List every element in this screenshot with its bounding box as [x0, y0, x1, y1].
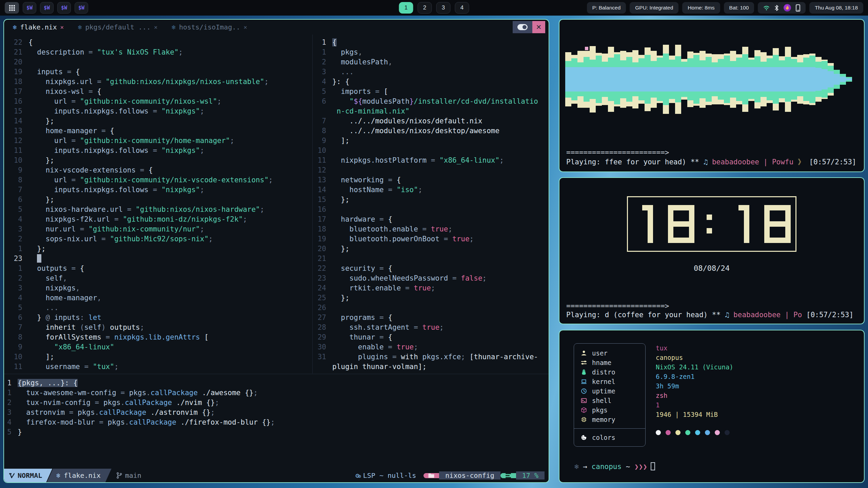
code-text: {: [28, 38, 33, 47]
text-segment: ./firefox-mod-blur {}: [176, 418, 271, 426]
project-segment[interactable]: nixos-config: [439, 471, 500, 480]
tab-close-icon[interactable]: ✕: [60, 24, 64, 30]
clock-pill[interactable]: Thu Aug 08, 18:18: [809, 2, 863, 14]
text-segment: "x86_64-linux": [439, 156, 499, 164]
text-segment: ...: [46, 304, 59, 312]
system-tray: [758, 2, 806, 14]
project-label: nixos-config: [445, 471, 494, 480]
pane-pkgs-default[interactable]: 1{pkgs, ...}: {1 tux-awesome-wm-config =…: [4, 374, 549, 469]
code-line: 5 imports = [: [313, 87, 549, 97]
color-dot: [715, 430, 720, 435]
code-text: };: [28, 116, 54, 126]
code-line: 7 ../../modules/nixos/default.nix: [313, 116, 549, 126]
power-profile-pill[interactable]: P: Balanced: [587, 2, 626, 14]
text-segment: nixpkgs.lib.genAttrs: [114, 333, 200, 341]
tab-hosts-isoimage[interactable]: ❄ hosts/isoImag.. ✕: [172, 23, 247, 31]
fetch-label: distro: [592, 368, 615, 376]
text-segment: firefox-mod-blur: [26, 418, 95, 426]
tab-close-icon[interactable]: ✕: [154, 24, 157, 30]
text-segment: [332, 127, 350, 135]
text-segment: [18, 399, 26, 407]
line-number: 15: [313, 195, 332, 205]
shell-prompt[interactable]: ❄ → canopus ~ ❯❯❯: [559, 447, 864, 471]
text-segment: =: [95, 418, 108, 426]
workspace-button-1[interactable]: $W: [23, 2, 36, 14]
code-text: hostName = "iso";: [332, 185, 422, 195]
line-number: 2: [4, 398, 18, 408]
text-segment: inputs: [54, 313, 80, 322]
code-line: 1 tux-awesome-wm-config = pkgs.callPacka…: [4, 388, 549, 398]
bluetooth-icon[interactable]: [774, 5, 779, 11]
vim-mode-icon: [9, 472, 15, 479]
code-text: home-manager = {: [28, 126, 114, 136]
code-text: ../../modules/nixos/default.nix: [332, 116, 482, 126]
lsp-label: LSP ~ null-ls: [363, 471, 416, 480]
text-segment: ,: [76, 284, 80, 292]
clock-digit: [633, 205, 659, 243]
line-number: 19: [4, 67, 28, 77]
tag-1[interactable]: 1: [399, 2, 413, 14]
code-text: url = "github:nix-community/nix-vscode-e…: [28, 175, 273, 185]
nix-file-icon: ❄: [78, 23, 82, 31]
text-segment: outputs: [37, 264, 67, 272]
text-segment: "github:nix-community/nur": [88, 225, 200, 233]
code-text: sops-nix.url = "github:Mic92/sops-nix";: [28, 234, 213, 244]
text-segment: plugin thunar-volman];: [332, 363, 427, 371]
tag-2[interactable]: 2: [418, 2, 432, 14]
neovim-window[interactable]: ❄ flake.nix ✕ ❄ pkgs/default ... ✕ ❄ hos…: [3, 19, 549, 483]
text-segment: rtkit.enable: [350, 284, 401, 292]
text-segment: true: [414, 284, 431, 292]
tab-close-icon[interactable]: ✕: [244, 24, 247, 30]
pane-flake-nix[interactable]: 22{21 description = "tux's NixOS Flake";…: [4, 35, 312, 373]
code-text: username = "tux";: [28, 362, 119, 372]
text-segment: =: [123, 205, 136, 214]
fire-app-icon[interactable]: [784, 4, 791, 12]
text-segment: pkgs: [341, 48, 358, 56]
battery-pill[interactable]: Bat: 100: [724, 2, 754, 14]
line-number: 3: [4, 408, 18, 418]
line-number: 28: [313, 323, 332, 332]
text-segment: ;: [482, 274, 487, 282]
text-segment: programs: [341, 313, 375, 322]
layout-button[interactable]: [5, 2, 19, 14]
tab-pkgs-default[interactable]: ❄ pkgs/default ... ✕: [78, 23, 157, 31]
code-line: 19 inputs = {: [4, 67, 312, 77]
text-segment: =: [136, 166, 149, 174]
phone-icon[interactable]: [796, 4, 800, 12]
git-branch[interactable]: main: [116, 469, 141, 482]
line-number: 18: [313, 224, 332, 234]
fetch-terminal-widget[interactable]: userhnamedistrokerneluptimeshellpkgsmemo…: [559, 330, 865, 483]
gpu-pill[interactable]: GPU: Integrated: [630, 2, 678, 14]
code-line: 21 description = "tux's NixOS Flake";: [4, 47, 312, 57]
text-segment: [0:57/2:53]: [806, 311, 853, 319]
network-icon[interactable]: [763, 5, 770, 11]
pane-iso-image[interactable]: 1{1 pkgs,2 modulesPath,3 ...4}: {5 impor…: [312, 35, 549, 373]
code-line: 15 };: [313, 195, 549, 205]
lines-icon: [506, 473, 511, 478]
text-segment: [28, 313, 37, 322]
folder-icon: [428, 473, 434, 478]
clock-digit: [729, 205, 755, 243]
fetch-label-box: userhnamedistrokerneluptimeshellpkgsmemo…: [574, 343, 646, 447]
text-segment: let: [88, 313, 101, 322]
text-segment: [418, 353, 422, 361]
workspace-button-2[interactable]: $W: [40, 2, 54, 14]
text-segment: bluetooth.enable: [350, 225, 418, 233]
workspace-button-3[interactable]: $W: [57, 2, 71, 14]
text-segment: =: [84, 48, 97, 56]
tag-3[interactable]: 3: [436, 2, 451, 14]
workspace-button-4[interactable]: $W: [75, 2, 88, 14]
text-segment: →: [583, 463, 591, 471]
tag-4[interactable]: 4: [455, 2, 469, 14]
text-segment: ♫: [725, 311, 733, 319]
text-segment: ;: [140, 323, 144, 331]
tab-flake-nix[interactable]: ❄ flake.nix ✕: [13, 23, 64, 31]
window-close-button[interactable]: ✕: [532, 21, 545, 33]
color-dot: [695, 430, 700, 435]
code-line: 2 tux-nvim-config = pkgs.callPackage ./n…: [4, 398, 549, 408]
ping-pill[interactable]: Home: 8ms: [682, 2, 720, 14]
float-toggle-button[interactable]: [513, 21, 532, 33]
text-segment: ;: [418, 186, 422, 194]
now-playing-text: Playing: d (coffee for your head) ** ♫ b…: [559, 310, 864, 324]
text-segment: with: [401, 353, 418, 361]
